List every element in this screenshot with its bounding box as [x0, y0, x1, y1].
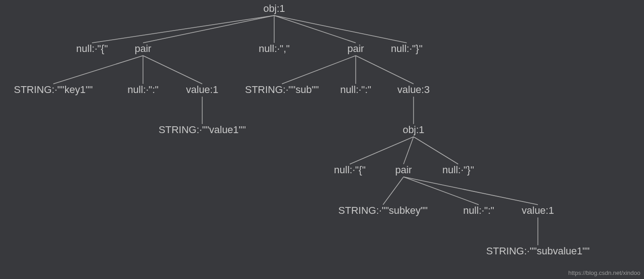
tree-node-comma1: null:·","	[259, 43, 290, 54]
tree-node-subvalue: STRING:·""subvalue1""	[486, 245, 590, 257]
tree-edge	[404, 177, 538, 205]
tree-node-value1str: STRING:·""value1""	[158, 124, 245, 135]
tree-edge	[383, 177, 404, 205]
tree-node-lbrace1: null:·"{"	[76, 43, 107, 54]
tree-node-value3: value:3	[398, 84, 430, 95]
tree-edge	[282, 56, 356, 84]
tree-node-subkey: STRING:·""subkey""	[338, 205, 428, 216]
tree-node-sub: STRING:·""sub""	[245, 84, 319, 95]
tree-edge	[404, 137, 414, 164]
parse-tree-diagram: obj:1null:·"{"pairnull:·","pairnull:·"}"…	[0, 0, 644, 279]
tree-node-valueB1: value:1	[522, 205, 554, 216]
tree-node-rbrace1: null:·"}"	[391, 43, 422, 54]
tree-edge	[356, 56, 414, 84]
tree-edge	[350, 137, 414, 164]
tree-node-colon1: null:·":"	[128, 84, 158, 95]
tree-node-root: obj:1	[263, 3, 285, 14]
tree-node-key1: STRING:·""key1""	[14, 84, 92, 95]
tree-edge	[404, 177, 479, 205]
tree-node-value1: value:1	[186, 84, 219, 95]
tree-edge	[92, 16, 274, 43]
tree-node-rbrace2: null:·"}"	[442, 164, 474, 176]
tree-node-pair3: pair	[395, 164, 412, 176]
watermark: https://blog.csdn.net/xindoo	[568, 269, 640, 276]
tree-edge	[274, 16, 407, 43]
tree-node-pair1: pair	[135, 43, 152, 54]
tree-edge	[414, 137, 458, 164]
tree-node-pair2: pair	[348, 43, 364, 54]
tree-node-colon3: null:·":"	[463, 205, 494, 216]
tree-edge	[143, 56, 202, 84]
tree-edge	[274, 16, 356, 43]
tree-edge	[143, 16, 274, 43]
tree-node-lbrace2: null:·"{"	[334, 164, 365, 176]
tree-node-colon2: null:·":"	[340, 84, 371, 95]
tree-node-obj2: obj:1	[403, 124, 424, 135]
tree-edge	[53, 56, 143, 84]
